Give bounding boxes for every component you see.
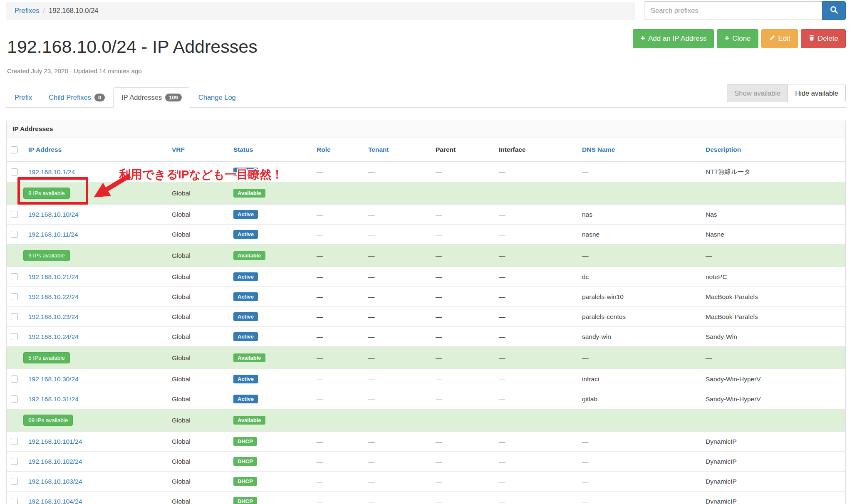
row-checkbox[interactable] <box>11 376 18 383</box>
breadcrumb-link-prefixes[interactable]: Prefixes <box>15 7 40 14</box>
ip-address-link[interactable]: 192.168.10.24/24 <box>28 333 79 340</box>
row-checkbox[interactable] <box>11 458 18 465</box>
status-badge: DHCP <box>233 457 257 466</box>
hide-available-button[interactable]: Hide available <box>788 84 846 102</box>
row-checkbox[interactable] <box>11 211 18 218</box>
ip-address-link[interactable]: 192.168.10.11/24 <box>28 231 78 238</box>
tab-change-log[interactable]: Change Log <box>190 87 244 108</box>
ip-address-link[interactable]: 192.168.10.10/24 <box>28 211 79 218</box>
row-checkbox[interactable] <box>11 168 18 175</box>
description-value: Sandy-Win <box>706 333 737 340</box>
column-header-ip-address[interactable]: IP Address <box>28 146 62 153</box>
ip-address-link[interactable]: 192.168.10.1/24 <box>28 168 75 175</box>
column-header-tenant[interactable]: Tenant <box>368 146 389 153</box>
dns-name-value: gitlab <box>582 395 597 403</box>
ip-address-row: 192.168.10.102/24GlobalDHCP—————DynamicI… <box>7 452 845 472</box>
row-checkbox[interactable] <box>11 395 18 403</box>
available-range-row: 9 IPs availableGlobalAvailable—————— <box>7 245 845 267</box>
parent-value: — <box>436 231 442 238</box>
ip-address-link[interactable]: 192.168.10.101/24 <box>28 438 82 445</box>
status-badge: Active <box>233 210 258 219</box>
tenant-value: — <box>368 333 375 340</box>
role-value: — <box>317 293 323 300</box>
edit-button[interactable]: Edit <box>761 29 798 48</box>
vrf-value: Global <box>172 438 191 445</box>
role-value: — <box>317 417 323 424</box>
tenant-value: — <box>368 313 375 320</box>
parent-value: — <box>436 293 442 300</box>
breadcrumb-separator: / <box>43 7 45 14</box>
ips-available-button[interactable]: 8 IPs available <box>23 188 70 199</box>
ip-address-link[interactable]: 192.168.10.104/24 <box>28 498 82 504</box>
tenant-value: — <box>368 438 375 445</box>
tab-prefix[interactable]: Prefix <box>6 87 40 108</box>
ip-address-link[interactable]: 192.168.10.23/24 <box>28 313 79 320</box>
parent-value: — <box>436 211 442 218</box>
parent-value: — <box>436 168 442 175</box>
search-button[interactable] <box>822 1 846 20</box>
ips-available-button[interactable]: 5 IPs available <box>23 352 70 363</box>
column-header-status[interactable]: Status <box>233 146 253 153</box>
tenant-value: — <box>368 190 375 197</box>
vrf-value: Global <box>172 354 191 361</box>
ip-address-link[interactable]: 192.168.10.21/24 <box>28 273 79 280</box>
description-value: NTT無線ルータ <box>706 168 750 175</box>
tab-ip-addresses[interactable]: IP Addresses109 <box>113 87 190 108</box>
parent-value: — <box>436 313 442 320</box>
ip-address-table: IP AddressVRFStatusRoleTenantParentInter… <box>7 138 845 504</box>
ips-available-button[interactable]: 9 IPs available <box>23 250 70 261</box>
interface-value: — <box>499 211 505 218</box>
parent-value: — <box>436 273 442 280</box>
ip-address-row: 192.168.10.22/24GlobalActive————paralels… <box>7 287 845 307</box>
status-badge: Active <box>233 395 258 403</box>
tenant-value: — <box>368 395 375 403</box>
clone-button[interactable]: +Clone <box>717 29 758 48</box>
ip-address-link[interactable]: 192.168.10.30/24 <box>28 376 79 383</box>
row-checkbox[interactable] <box>11 293 18 300</box>
row-checkbox[interactable] <box>11 231 18 238</box>
button-label: Add an IP Address <box>648 35 707 43</box>
status-badge: Active <box>233 272 258 281</box>
row-checkbox[interactable] <box>11 333 18 340</box>
ip-address-link[interactable]: 192.168.10.22/24 <box>28 293 79 300</box>
interface-value: — <box>499 478 505 485</box>
ips-available-button[interactable]: 69 IPs available <box>23 415 73 426</box>
row-checkbox[interactable] <box>11 313 18 320</box>
status-badge: Active <box>233 375 258 383</box>
tenant-value: — <box>368 273 375 280</box>
role-value: — <box>317 395 323 403</box>
select-all-checkbox[interactable] <box>11 146 18 153</box>
row-checkbox[interactable] <box>11 498 18 504</box>
tab-child-prefixes[interactable]: Child Prefixes0 <box>40 87 113 108</box>
search-input[interactable] <box>644 1 822 20</box>
add-an-ip-address-button[interactable]: +Add an IP Address <box>633 29 714 48</box>
status-badge: Available <box>233 416 265 425</box>
row-checkbox[interactable] <box>11 273 18 280</box>
description-value: MacBook-Paralels <box>706 293 758 300</box>
delete-button[interactable]: Delete <box>801 29 846 48</box>
description-value: — <box>706 252 712 259</box>
ip-address-link[interactable]: 192.168.10.102/24 <box>28 458 82 465</box>
page-title: 192.168.10.0/24 - IP Addresses <box>7 37 258 57</box>
ip-address-row: 192.168.10.31/24GlobalActive————gitlabSa… <box>7 389 845 409</box>
show-available-button[interactable]: Show available <box>727 84 788 102</box>
row-checkbox[interactable] <box>11 478 18 485</box>
column-header-description[interactable]: Description <box>706 146 741 153</box>
row-checkbox[interactable] <box>11 438 18 445</box>
description-value: Sandy-Win-HyperV <box>706 376 761 383</box>
ip-address-link[interactable]: 192.168.10.103/24 <box>28 478 82 485</box>
column-header-vrf[interactable]: VRF <box>172 146 185 153</box>
parent-value: — <box>436 478 442 485</box>
trash-icon <box>808 35 815 43</box>
ip-address-link[interactable]: 192.168.10.31/24 <box>28 395 79 403</box>
interface-value: — <box>499 293 505 300</box>
parent-value: — <box>436 438 442 445</box>
description-value: Nasne <box>706 231 724 238</box>
parent-value: — <box>436 498 442 504</box>
ip-address-row: 192.168.10.1/24GlobalActive—————NTT無線ルータ <box>7 162 845 182</box>
column-header-role[interactable]: Role <box>317 146 331 153</box>
vrf-value: Global <box>172 252 191 259</box>
tenant-value: — <box>368 498 375 504</box>
role-value: — <box>317 478 323 485</box>
column-header-dns-name[interactable]: DNS Name <box>582 146 615 153</box>
